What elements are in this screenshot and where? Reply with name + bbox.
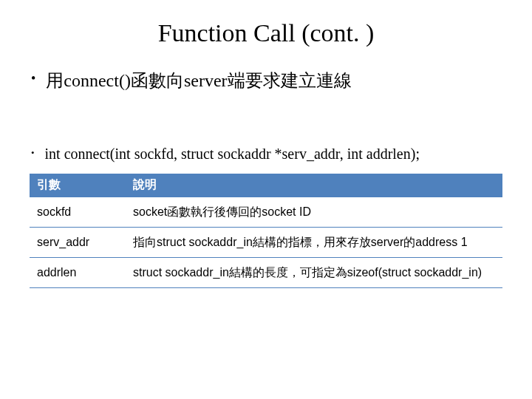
table-row: addrlen struct sockaddr_in結構的長度，可指定為size… — [30, 258, 502, 288]
table-header-param: 引數 — [30, 174, 126, 197]
desc-cell: socket函數執行後傳回的socket ID — [126, 197, 502, 228]
bullet-main: • 用connect()函數向server端要求建立連線 — [30, 69, 502, 92]
table-row: sockfd socket函數執行後傳回的socket ID — [30, 197, 502, 228]
params-table: 引數 說明 sockfd socket函數執行後傳回的socket ID ser… — [30, 174, 502, 288]
table-header-row: 引數 說明 — [30, 174, 502, 197]
param-cell: serv_addr — [30, 228, 126, 258]
page-title: Function Call (cont. ) — [30, 19, 502, 47]
bullet-dot-icon: • — [31, 69, 35, 88]
desc-cell: struct sockaddr_in結構的長度，可指定為sizeof(struc… — [126, 258, 502, 288]
bullet-signature: • int connect(int sockfd, struct sockadd… — [30, 144, 502, 163]
table-header-desc: 說明 — [126, 174, 502, 197]
bullet-main-text: 用connect()函數向server端要求建立連線 — [46, 69, 351, 92]
bullet-signature-text: int connect(int sockfd, struct sockaddr … — [45, 144, 420, 163]
bullet-dot-icon: • — [31, 144, 35, 161]
table-row: serv_addr 指向struct sockaddr_in結構的指標，用來存放… — [30, 228, 502, 258]
desc-cell: 指向struct sockaddr_in結構的指標，用來存放server的add… — [126, 228, 502, 258]
param-cell: addrlen — [30, 258, 126, 288]
param-cell: sockfd — [30, 197, 126, 228]
